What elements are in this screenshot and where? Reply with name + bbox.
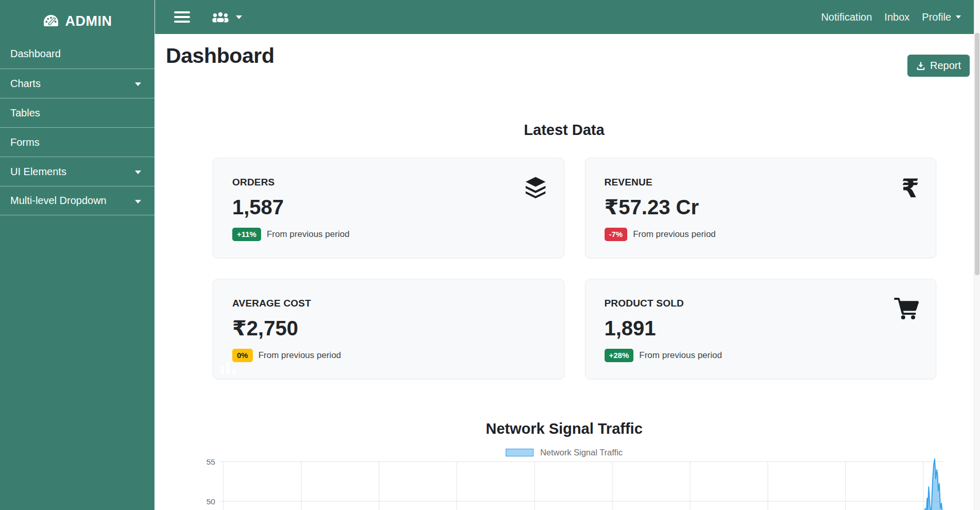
users-dropdown-toggle[interactable] — [211, 11, 242, 23]
gauge-icon — [43, 14, 59, 28]
card-label: REVENUE — [605, 177, 919, 188]
rupee-icon: ₹ — [901, 176, 919, 201]
admin-dashboard-page: { "theme": { "primary": "#3b7e6f", "succ… — [0, 0, 980, 510]
sidebar-nav: Dashboard Charts Tables Forms UI Element… — [0, 39, 154, 215]
sidebar-item-charts[interactable]: Charts — [0, 69, 154, 98]
revenue-card: REVENUE ₹57.23 Cr -7% From previous peri… — [585, 158, 937, 258]
card-label: PRODUCT SOLD — [605, 298, 919, 309]
notification-link[interactable]: Notification — [821, 11, 872, 23]
latest-data-heading: Latest Data — [154, 121, 974, 139]
vertical-scrollbar-thumb[interactable] — [975, 33, 979, 275]
sidebar-item-label: Tables — [10, 107, 40, 119]
trend-badge: +28% — [605, 349, 634, 362]
topbar-links: Notification Inbox Profile — [821, 11, 961, 23]
report-button-label: Report — [930, 60, 961, 72]
card-footer: +11% From previous period — [232, 228, 546, 241]
card-footer: +28% From previous period — [605, 349, 919, 362]
average-cost-card: AVERAGE COST ₹2,750 0% From previous per… — [213, 279, 564, 379]
chevron-down-icon — [236, 15, 242, 19]
card-label: ORDERS — [232, 177, 546, 188]
sidebar-item-label: Forms — [10, 137, 40, 148]
sidebar-item-label: Dashboard — [10, 48, 61, 60]
trend-note: From previous period — [259, 350, 341, 361]
brand[interactable]: ADMIN — [0, 0, 154, 39]
download-icon — [916, 61, 925, 71]
trend-note: From previous period — [633, 229, 716, 240]
sidebar-item-label: Multi-level Dropdown — [10, 195, 107, 207]
hamburger-icon[interactable] — [174, 11, 190, 23]
card-footer: 0% From previous period — [232, 349, 546, 362]
sidebar: ADMIN Dashboard Charts Tables Forms UI E… — [0, 0, 154, 510]
sidebar-item-multilevel-dropdown[interactable]: Multi-level Dropdown — [0, 186, 154, 215]
sidebar-item-forms[interactable]: Forms — [0, 127, 154, 157]
main-content: Dashboard Report Latest Data ORDERS 1,58… — [154, 34, 974, 510]
card-value: ₹57.23 Cr — [605, 195, 919, 219]
chevron-down-icon — [135, 171, 141, 174]
page-header: Dashboard Report — [154, 34, 974, 77]
y-tick-50: 50 — [207, 497, 216, 506]
orders-card: ORDERS 1,587 +11% From previous period — [213, 158, 564, 258]
product-sold-card: PRODUCT SOLD 1,891 +28% From previous pe… — [585, 279, 937, 379]
report-button[interactable]: Report — [907, 55, 970, 77]
notification-label: Notification — [821, 11, 872, 23]
y-tick-55: 55 — [207, 457, 215, 466]
card-label: AVERAGE COST — [232, 298, 546, 309]
network-signal-traffic-chart: 55 50 — [196, 455, 943, 510]
page-title: Dashboard — [166, 43, 274, 69]
legend-label: Network Signal Traffic — [540, 448, 623, 457]
inbox-label: Inbox — [884, 11, 909, 23]
legend-swatch — [506, 449, 534, 456]
card-value: ₹2,750 — [232, 316, 546, 340]
chart-gridlines — [219, 462, 943, 510]
brand-title: ADMIN — [65, 13, 112, 29]
trend-note: From previous period — [267, 229, 350, 240]
inbox-link[interactable]: Inbox — [884, 11, 909, 23]
card-value: 1,891 — [605, 316, 919, 340]
sidebar-item-label: Charts — [10, 78, 41, 90]
trend-badge: 0% — [232, 349, 253, 362]
chevron-down-icon — [956, 15, 961, 19]
sidebar-item-ui-elements[interactable]: UI Elements — [0, 157, 154, 186]
vertical-scrollbar-track[interactable] — [974, 0, 980, 510]
sidebar-item-label: UI Elements — [10, 166, 66, 178]
people-icon — [211, 11, 230, 23]
profile-label: Profile — [922, 11, 951, 23]
trend-badge: -7% — [605, 228, 628, 241]
stat-cards: ORDERS 1,587 +11% From previous period R… — [213, 158, 936, 379]
cart-icon — [893, 297, 919, 319]
card-footer: -7% From previous period — [605, 228, 919, 241]
chevron-down-icon — [135, 200, 141, 203]
traffic-area-series — [924, 459, 943, 510]
layers-icon — [524, 176, 547, 199]
trend-badge: +11% — [232, 228, 261, 241]
sidebar-item-dashboard[interactable]: Dashboard — [0, 39, 154, 69]
trend-note: From previous period — [639, 350, 722, 361]
chevron-down-icon — [135, 82, 141, 86]
topbar: Notification Inbox Profile — [154, 0, 974, 34]
profile-dropdown-toggle[interactable]: Profile — [922, 11, 961, 23]
chart-title: Network Signal Traffic — [154, 420, 974, 437]
card-value: 1,587 — [232, 195, 546, 219]
sidebar-item-tables[interactable]: Tables — [0, 98, 154, 127]
